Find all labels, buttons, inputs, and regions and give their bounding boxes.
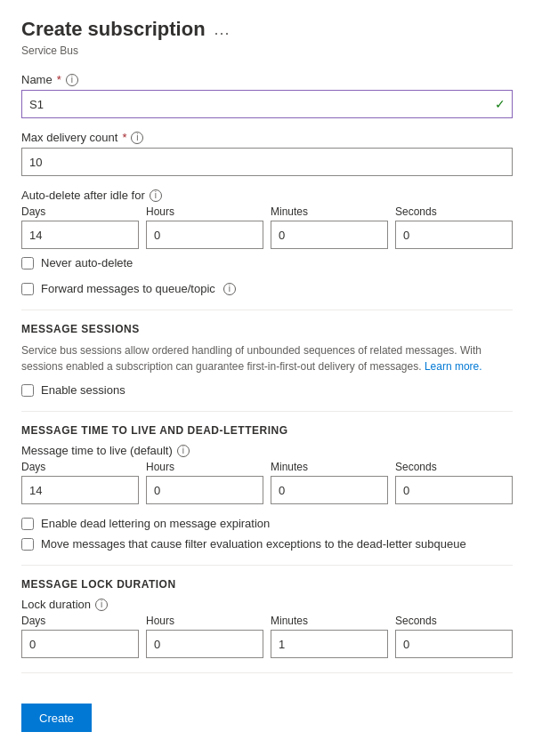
ttl-days: Days <box>21 461 139 504</box>
auto-delete-days-input[interactable] <box>21 221 139 249</box>
message-sessions-description: Service bus sessions allow ordered handl… <box>21 342 513 374</box>
name-input[interactable] <box>21 90 513 118</box>
sessions-divider <box>21 310 513 310</box>
max-delivery-field-group: Max delivery count * i <box>21 131 513 176</box>
lock-info-icon[interactable]: i <box>95 599 108 611</box>
auto-delete-time-fields: Days Hours Minutes Seconds <box>21 205 513 249</box>
ttl-label: Message time to live (default) i <box>21 444 513 457</box>
forward-messages-label[interactable]: Forward messages to queue/topic i <box>41 282 236 295</box>
ttl-divider <box>21 411 513 412</box>
enable-sessions-row: Enable sessions <box>21 383 513 397</box>
ttl-seconds: Seconds <box>395 461 513 504</box>
max-delivery-input[interactable] <box>21 148 513 176</box>
never-auto-delete-checkbox[interactable] <box>21 257 34 269</box>
forward-messages-checkbox[interactable] <box>21 283 34 295</box>
message-lock-title: MESSAGE LOCK DURATION <box>21 578 513 591</box>
auto-delete-hours-input[interactable] <box>146 221 263 249</box>
ttl-days-label: Days <box>21 461 139 473</box>
lock-time-fields: Days Hours Minutes Seconds <box>21 615 513 658</box>
filter-exceptions-checkbox[interactable] <box>21 538 34 551</box>
auto-delete-seconds: Seconds <box>395 205 513 249</box>
dead-letter-row: Enable dead lettering on message expirat… <box>21 517 513 530</box>
lock-seconds-label: Seconds <box>395 615 513 627</box>
lock-days-input[interactable] <box>21 630 139 658</box>
auto-delete-days: Days <box>21 205 139 249</box>
lock-seconds-input[interactable] <box>395 630 513 658</box>
message-sessions-title: MESSAGE SESSIONS <box>21 323 513 335</box>
auto-delete-minutes: Minutes <box>271 205 388 249</box>
lock-seconds: Seconds <box>395 615 513 658</box>
never-auto-delete-row: Never auto-delete <box>21 256 513 269</box>
auto-delete-label: Auto-delete after idle for i <box>21 189 513 202</box>
auto-delete-field-group: Auto-delete after idle for i Days Hours … <box>21 189 513 269</box>
ttl-seconds-input[interactable] <box>395 476 513 504</box>
max-delivery-required: * <box>122 131 126 144</box>
lock-minutes-input[interactable] <box>271 630 388 658</box>
bottom-divider <box>21 672 513 673</box>
auto-delete-hours-label: Hours <box>146 205 263 218</box>
ellipsis-menu-button[interactable]: ... <box>214 20 231 39</box>
ttl-minutes-input[interactable] <box>271 476 388 504</box>
lock-hours-input[interactable] <box>146 630 263 658</box>
enable-sessions-label[interactable]: Enable sessions <box>41 383 125 397</box>
auto-delete-info-icon[interactable]: i <box>150 189 162 202</box>
lock-days: Days <box>21 615 139 658</box>
filter-exceptions-label[interactable]: Move messages that cause filter evaluati… <box>41 537 466 551</box>
max-delivery-input-wrapper <box>21 148 513 176</box>
ttl-hours: Hours <box>146 461 263 504</box>
enable-sessions-checkbox[interactable] <box>21 384 34 397</box>
lock-days-label: Days <box>21 615 139 627</box>
ttl-hours-input[interactable] <box>146 476 263 504</box>
lock-minutes-label: Minutes <box>271 615 388 627</box>
lock-minutes: Minutes <box>271 615 388 658</box>
create-button[interactable]: Create <box>21 704 92 732</box>
max-delivery-label: Max delivery count * i <box>21 131 513 144</box>
max-delivery-info-icon[interactable]: i <box>131 132 143 144</box>
message-ttl-title: MESSAGE TIME TO LIVE AND DEAD-LETTERING <box>21 424 513 437</box>
valid-check-icon: ✓ <box>495 97 506 111</box>
name-info-icon[interactable]: i <box>66 74 78 86</box>
ttl-time-fields: Days Hours Minutes Seconds <box>21 461 513 504</box>
ttl-info-icon[interactable]: i <box>177 445 190 457</box>
name-field-group: Name * i ✓ <box>21 73 513 118</box>
required-indicator: * <box>57 73 61 86</box>
lock-hours: Hours <box>146 615 263 658</box>
ttl-field-group: Message time to live (default) i Days Ho… <box>21 444 513 504</box>
sessions-learn-more-link[interactable]: Learn more. <box>425 360 482 373</box>
subtitle: Service Bus <box>21 44 513 57</box>
name-input-wrapper: ✓ <box>21 90 513 118</box>
lock-label: Lock duration i <box>21 598 513 611</box>
filter-exceptions-row: Move messages that cause filter evaluati… <box>21 537 513 551</box>
ttl-days-input[interactable] <box>21 476 139 504</box>
forward-messages-info-icon[interactable]: i <box>223 283 236 295</box>
lock-field-group: Lock duration i Days Hours Minutes Secon… <box>21 598 513 658</box>
auto-delete-minutes-input[interactable] <box>271 221 388 249</box>
auto-delete-seconds-input[interactable] <box>395 221 513 249</box>
dead-letter-label[interactable]: Enable dead lettering on message expirat… <box>41 517 270 530</box>
ttl-hours-label: Hours <box>146 461 263 473</box>
name-label: Name * i <box>21 73 513 86</box>
never-auto-delete-label[interactable]: Never auto-delete <box>41 256 133 269</box>
auto-delete-hours: Hours <box>146 205 263 249</box>
ttl-minutes-label: Minutes <box>271 461 388 473</box>
lock-divider <box>21 565 513 566</box>
lock-hours-label: Hours <box>146 615 263 627</box>
dead-letter-checkbox[interactable] <box>21 518 34 530</box>
page-title: Create subscription <box>21 18 206 41</box>
auto-delete-seconds-label: Seconds <box>395 205 513 218</box>
auto-delete-minutes-label: Minutes <box>271 205 388 218</box>
forward-messages-row: Forward messages to queue/topic i <box>21 282 513 295</box>
ttl-seconds-label: Seconds <box>395 461 513 473</box>
auto-delete-days-label: Days <box>21 205 139 218</box>
ttl-minutes: Minutes <box>271 461 388 504</box>
